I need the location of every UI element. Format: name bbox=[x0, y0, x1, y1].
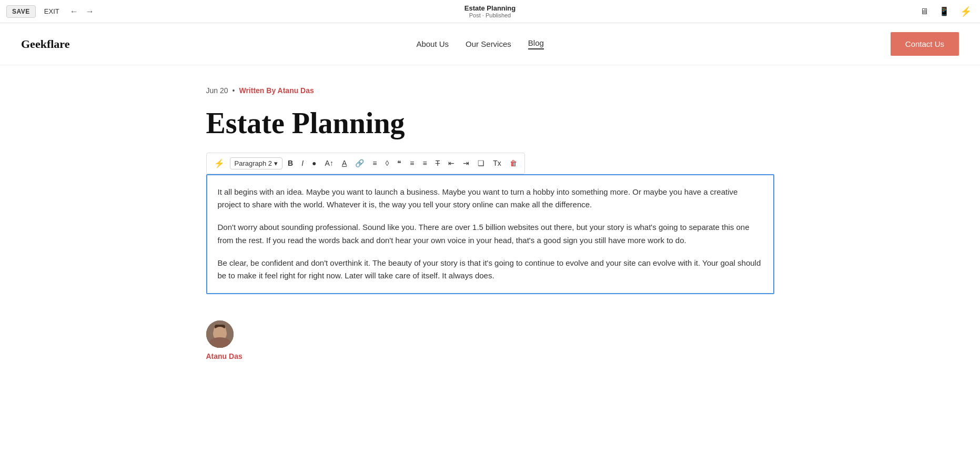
paragraph-3: Be clear, be confident and don't overthi… bbox=[218, 257, 763, 283]
post-title: Estate Planning bbox=[206, 107, 774, 140]
duplicate-button[interactable]: ❏ bbox=[474, 157, 488, 169]
eraser-button[interactable]: ◊ bbox=[382, 157, 392, 169]
paragraph-2: Don't worry about sounding professional.… bbox=[218, 221, 763, 247]
svg-rect-5 bbox=[215, 325, 225, 329]
paragraph-1: It all begins with an idea. Maybe you wa… bbox=[218, 186, 763, 212]
nav-arrows: ← → bbox=[68, 6, 96, 17]
author-name: Atanu Das bbox=[206, 352, 243, 360]
svg-point-3 bbox=[217, 329, 219, 331]
svg-point-2 bbox=[210, 339, 229, 348]
undo-button[interactable]: ← bbox=[68, 6, 80, 17]
ol-button[interactable]: ≡ bbox=[420, 157, 430, 169]
indent-right-button[interactable]: ⇥ bbox=[460, 157, 472, 169]
font-size-button[interactable]: A↑ bbox=[322, 157, 337, 169]
bullet-button[interactable]: ● bbox=[309, 157, 319, 169]
content-area: Jun 20 • Written By Atanu Das Estate Pla… bbox=[175, 65, 806, 381]
delete-button[interactable]: 🗑 bbox=[507, 157, 520, 169]
top-bar: SAVE EXIT ← → Estate Planning Post · Pub… bbox=[0, 0, 980, 23]
strikethrough-button[interactable]: T bbox=[432, 157, 443, 169]
underline-button[interactable]: A bbox=[339, 157, 350, 169]
align-button[interactable]: ≡ bbox=[369, 157, 380, 169]
chevron-down-icon: ▾ bbox=[274, 159, 278, 167]
author-section: Atanu Das bbox=[206, 320, 774, 360]
svg-point-0 bbox=[206, 320, 234, 348]
author-avatar bbox=[206, 320, 234, 348]
italic-button[interactable]: I bbox=[298, 157, 307, 169]
redo-button[interactable]: → bbox=[84, 6, 96, 17]
svg-point-4 bbox=[221, 329, 223, 331]
quote-button[interactable]: ❝ bbox=[394, 157, 405, 169]
top-bar-right: 🖥 📱 ⚡ bbox=[918, 4, 974, 19]
ul-button[interactable]: ≡ bbox=[407, 157, 417, 169]
page-status: Post · Published bbox=[464, 12, 516, 18]
lightning-button[interactable]: ⚡ bbox=[958, 4, 974, 19]
nav-about[interactable]: About Us bbox=[416, 39, 449, 48]
mobile-view-button[interactable]: 📱 bbox=[937, 4, 952, 18]
desktop-view-button[interactable]: 🖥 bbox=[918, 5, 931, 18]
post-meta: Jun 20 • Written By Atanu Das bbox=[206, 86, 774, 95]
paragraph-style-select[interactable]: Paragraph 2 ▾ bbox=[230, 157, 283, 169]
top-bar-left: SAVE EXIT ← → bbox=[6, 5, 96, 18]
post-author: Written By Atanu Das bbox=[239, 86, 314, 95]
lightning-format-button[interactable]: ⚡ bbox=[211, 156, 228, 170]
indent-left-button[interactable]: ⇤ bbox=[445, 157, 458, 169]
top-bar-center: Estate Planning Post · Published bbox=[464, 4, 516, 18]
editable-text-block[interactable]: It all begins with an idea. Maybe you wa… bbox=[206, 174, 774, 295]
link-button[interactable]: 🔗 bbox=[352, 157, 367, 169]
site-nav-links: About Us Our Services Blog bbox=[416, 38, 543, 49]
bold-button[interactable]: B bbox=[285, 157, 296, 169]
author-avatar-image bbox=[206, 320, 234, 348]
post-date: Jun 20 bbox=[206, 86, 228, 95]
site-logo: Geekflare bbox=[21, 37, 69, 51]
website-preview: Geekflare About Us Our Services Blog Con… bbox=[0, 23, 980, 462]
format-toolbar: ⚡ Paragraph 2 ▾ B I ● A↑ A 🔗 ≡ ◊ ❝ ≡ ≡ T… bbox=[206, 153, 525, 174]
site-nav: Geekflare About Us Our Services Blog Con… bbox=[0, 23, 980, 65]
contact-button[interactable]: Contact Us bbox=[891, 32, 959, 56]
save-button[interactable]: SAVE bbox=[6, 5, 36, 18]
exit-button[interactable]: EXIT bbox=[40, 5, 64, 17]
nav-blog[interactable]: Blog bbox=[528, 38, 544, 49]
clear-format-button[interactable]: Tx bbox=[490, 157, 504, 169]
nav-services[interactable]: Our Services bbox=[466, 39, 511, 48]
post-dot: • bbox=[233, 86, 235, 95]
page-title: Estate Planning bbox=[464, 4, 516, 12]
paragraph-style-label: Paragraph 2 bbox=[235, 159, 272, 167]
